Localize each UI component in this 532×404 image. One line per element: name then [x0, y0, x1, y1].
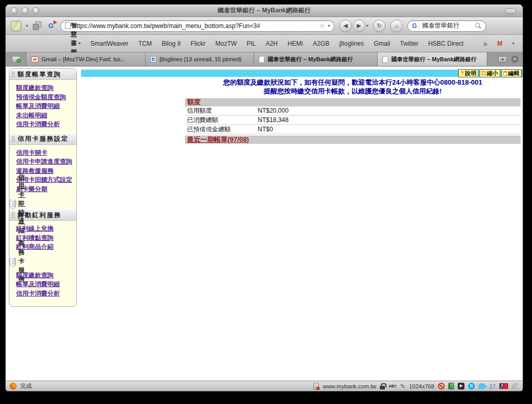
- tab-gmail[interactable]: M Gmail – [MozTW-Dev] Fwd: Iss...: [26, 52, 145, 66]
- bookmark-item[interactable]: A2H: [265, 40, 277, 47]
- titlebar[interactable]: 國泰世華銀行 – MyBank網路銀行: [6, 5, 523, 17]
- gmail-icon[interactable]: M: [497, 40, 502, 47]
- table-section-header: 最近一期帳單(97/08): [185, 136, 521, 144]
- status-bar: 完成 www.mybank.com.tw ABC ✎ 1024x768 S 17: [6, 381, 523, 391]
- reload-button[interactable]: ↻: [373, 20, 385, 32]
- tab-mybank-2-active[interactable]: 國泰世華銀行 – MyBank網路銀行: [378, 52, 487, 66]
- back-button[interactable]: ◀: [339, 20, 352, 32]
- chevron-down-icon[interactable]: ▾: [26, 23, 28, 28]
- row-label: 已預借現金總額: [187, 125, 258, 134]
- home-button[interactable]: ⌂: [390, 20, 403, 32]
- bookmark-item[interactable]: TCM: [138, 40, 152, 47]
- document-icon: [259, 56, 264, 63]
- url-input[interactable]: [73, 22, 316, 30]
- search-icon[interactable]: [475, 23, 482, 29]
- search-bar[interactable]: G: [407, 20, 486, 32]
- url-bar[interactable]: ☆ ▾: [60, 20, 335, 32]
- bookmark-item[interactable]: Bilog II: [162, 40, 181, 47]
- content-header-buttons: ? 說明 縮小 編輯: [458, 69, 522, 77]
- security-lock-icon[interactable]: [380, 383, 385, 389]
- notice-line-1: 您的額度及繳款狀況如下，如有任何疑問，歡迎電洽本行24小時客服中心0800-81…: [185, 78, 521, 87]
- bloglines-icon: B: [150, 56, 156, 62]
- pin-extension-icon[interactable]: [458, 383, 464, 389]
- resolution-indicator[interactable]: 1024x768: [409, 383, 434, 389]
- forward-button[interactable]: ▶: [353, 20, 365, 32]
- sidebar-link[interactable]: 信用卡申請進度查詢: [16, 157, 74, 166]
- bookmark-item[interactable]: SmartWeaver: [90, 40, 128, 47]
- sidebar-link[interactable]: 預借現金額度查詢: [16, 93, 74, 102]
- bookmark-item[interactable]: A2GB: [313, 40, 329, 47]
- twitter-bird-icon[interactable]: [478, 383, 486, 389]
- tab-mybank-1[interactable]: 國泰世華銀行 – MyBank網路銀行: [254, 52, 378, 66]
- sidebar-link[interactable]: 帳單及消費明細: [16, 280, 74, 289]
- tab-bar: M Gmail – [MozTW-Dev] Fwd: Iss... B βlog…: [6, 52, 523, 66]
- spellcheck-icon[interactable]: ABC: [389, 384, 396, 388]
- sidebar-link[interactable]: 紅利線上兌換: [16, 224, 74, 233]
- google-send-icon[interactable]: G: [46, 21, 56, 31]
- content-inner: 您的額度及繳款狀況如下，如有任何疑問，歡迎電洽本行24小時客服中心0800-81…: [185, 78, 521, 144]
- bookmark-item[interactable]: Twitter: [400, 40, 418, 47]
- printer-status-icon: [12, 56, 20, 62]
- taiwan-flag-icon[interactable]: [499, 383, 508, 389]
- sidebar-link-group: 額度繳款查詢 帳單及消費明細 信用卡消費分析: [9, 267, 76, 303]
- main-content: ? 說明 縮小 編輯 您的額度及繳款狀況如下，如有任何疑問，歡迎電洽本行24小時…: [81, 66, 523, 381]
- resize-grip[interactable]: [512, 383, 518, 389]
- bookmark-item[interactable]: Flickr: [191, 40, 206, 47]
- sidebar-link[interactable]: 額度繳款查詢: [16, 84, 74, 92]
- tab-bloglines[interactable]: B βloglines (13 unread, 15 pinned): [145, 52, 254, 66]
- sidebar-link[interactable]: 信用卡開卡: [16, 149, 74, 157]
- toolbar-toggle-button[interactable]: [505, 8, 516, 14]
- status-text: 完成: [20, 382, 32, 390]
- bookmark-item[interactable]: HSBC Direct: [428, 40, 463, 47]
- bookmarks-toolbar: 智慧書籤夾 ▾ SmartWeaver TCM Bilog II Flickr …: [6, 35, 523, 52]
- sidebar-header-label: 舞動紅利服務: [18, 211, 61, 220]
- url-dropdown-icon[interactable]: ▾: [328, 23, 330, 28]
- twitter-count: 17: [489, 383, 496, 389]
- chevron-down-icon[interactable]: ▾: [512, 41, 514, 46]
- sidebar-link[interactable]: 未出帳明細: [16, 111, 74, 120]
- sidebar-link[interactable]: 帳單及消費明細: [16, 102, 74, 111]
- layers-icon[interactable]: [33, 21, 42, 30]
- sidebar-section-card-settings[interactable]: 信用卡服務設定: [9, 133, 76, 145]
- bookmarks-overflow-icon[interactable]: »: [483, 39, 487, 48]
- shrink-button[interactable]: 縮小: [480, 69, 500, 77]
- flashblock-icon[interactable]: [438, 383, 445, 389]
- sidebar-link[interactable]: 信用卡消費分析: [16, 289, 74, 298]
- bookmark-item[interactable]: PiL: [247, 40, 256, 47]
- notebook-extension-icon[interactable]: [448, 383, 454, 389]
- history-dropdown-icon[interactable]: ▾: [366, 23, 368, 28]
- bookmark-item[interactable]: Gmail: [374, 40, 390, 47]
- search-input[interactable]: [422, 22, 473, 30]
- bookmark-item[interactable]: βloglines: [339, 40, 364, 47]
- table-section-header: 額度: [185, 98, 521, 106]
- search-engine-icon[interactable]: G: [412, 22, 419, 30]
- help-button[interactable]: ? 說明: [458, 69, 478, 77]
- browser-window: 國泰世華銀行 – MyBank網路銀行 ▾ G ☆ ▾ ◀ ▶ ▾ ↻ ⌂: [5, 4, 523, 392]
- sidebar-section-limit-bill[interactable]: 額度帳單查詢: [9, 69, 76, 80]
- sidebar-section-business-card[interactable]: 商務卡服務: [9, 256, 16, 267]
- sidebar-link[interactable]: 信用卡消費分析: [16, 120, 74, 129]
- map-bookmarklet-icon[interactable]: [11, 21, 21, 31]
- firefox-status-icon[interactable]: [10, 383, 17, 389]
- sidebar-link[interactable]: 額度繳款查詢: [16, 271, 74, 280]
- sidebar-section-bonus[interactable]: 舞動紅利服務: [9, 209, 76, 221]
- bookmark-item[interactable]: MozTW: [216, 40, 237, 47]
- list-all-tabs-icon[interactable]: ▾: [498, 56, 507, 63]
- edit-button[interactable]: 編輯: [501, 69, 522, 77]
- clipboard-extension-icon[interactable]: [313, 383, 319, 389]
- skype-icon[interactable]: S: [468, 383, 475, 389]
- shrink-icon: [482, 71, 486, 75]
- tab-mini[interactable]: [6, 52, 26, 66]
- table-row: 已預借現金總額 NT$0: [185, 125, 521, 134]
- sidebar-section-instant-notice[interactable]: 信用卡即時通知: [9, 198, 16, 209]
- row-label: 已消費總額: [187, 116, 258, 125]
- bookmark-star-icon[interactable]: ☆: [319, 22, 325, 29]
- latest-bill-link[interactable]: 最近一期帳單(97/08): [187, 135, 249, 144]
- site-domain[interactable]: www.mybank.com.tw: [323, 383, 376, 389]
- tab-label: 國泰世華銀行 – MyBank網路銀行: [268, 56, 353, 63]
- row-value: NT$18,348: [258, 116, 288, 124]
- bookmark-item[interactable]: HEMi: [288, 40, 303, 47]
- pencil-icon[interactable]: ✎: [400, 383, 405, 390]
- close-tab-icon[interactable]: ✕: [511, 56, 518, 63]
- sidebar-header-label: 信用卡服務設定: [18, 134, 69, 143]
